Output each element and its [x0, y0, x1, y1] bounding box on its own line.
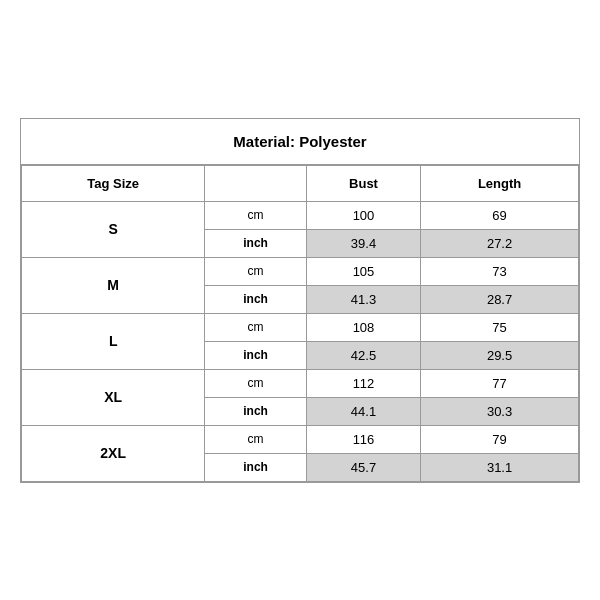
unit-cm: cm	[205, 313, 307, 341]
table-row: Scm10069	[22, 201, 579, 229]
unit-inch: inch	[205, 453, 307, 481]
bust-inch: 45.7	[306, 453, 420, 481]
length-inch: 28.7	[421, 285, 579, 313]
length-inch: 30.3	[421, 397, 579, 425]
unit-cm: cm	[205, 369, 307, 397]
table-row: Lcm10875	[22, 313, 579, 341]
unit-inch: inch	[205, 341, 307, 369]
size-label: 2XL	[22, 425, 205, 481]
unit-inch: inch	[205, 285, 307, 313]
table-row: Mcm10573	[22, 257, 579, 285]
table-row: 2XLcm11679	[22, 425, 579, 453]
unit-cm: cm	[205, 425, 307, 453]
bust-inch: 39.4	[306, 229, 420, 257]
length-cm: 73	[421, 257, 579, 285]
bust-cm: 116	[306, 425, 420, 453]
header-tag-size: Tag Size	[22, 165, 205, 201]
size-table: Tag Size Bust Length Scm10069inch39.427.…	[21, 165, 579, 482]
unit-inch: inch	[205, 397, 307, 425]
bust-inch: 41.3	[306, 285, 420, 313]
size-label: XL	[22, 369, 205, 425]
bust-cm: 108	[306, 313, 420, 341]
length-cm: 79	[421, 425, 579, 453]
unit-inch: inch	[205, 229, 307, 257]
size-label: M	[22, 257, 205, 313]
bust-inch: 42.5	[306, 341, 420, 369]
length-cm: 69	[421, 201, 579, 229]
header-unit	[205, 165, 307, 201]
header-bust: Bust	[306, 165, 420, 201]
length-inch: 29.5	[421, 341, 579, 369]
length-cm: 75	[421, 313, 579, 341]
size-label: L	[22, 313, 205, 369]
bust-cm: 105	[306, 257, 420, 285]
size-chart: Material: Polyester Tag Size Bust Length…	[20, 118, 580, 483]
size-label: S	[22, 201, 205, 257]
table-row: XLcm11277	[22, 369, 579, 397]
length-cm: 77	[421, 369, 579, 397]
table-header: Tag Size Bust Length	[22, 165, 579, 201]
unit-cm: cm	[205, 257, 307, 285]
bust-cm: 112	[306, 369, 420, 397]
header-length: Length	[421, 165, 579, 201]
chart-title: Material: Polyester	[21, 119, 579, 165]
unit-cm: cm	[205, 201, 307, 229]
length-inch: 27.2	[421, 229, 579, 257]
bust-inch: 44.1	[306, 397, 420, 425]
bust-cm: 100	[306, 201, 420, 229]
length-inch: 31.1	[421, 453, 579, 481]
